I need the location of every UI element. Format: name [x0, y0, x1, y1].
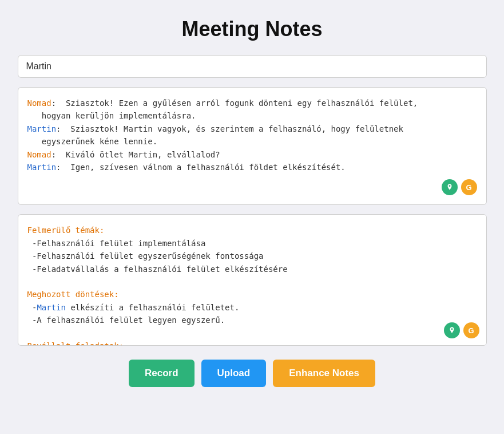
nomad-label-1: Nomad [27, 98, 51, 108]
notes-pin-icon[interactable] [444, 322, 460, 338]
page-title: Meeting Notes [181, 17, 322, 41]
martin-label-1: Martin [27, 124, 57, 133]
transcript-box: Nomad: Sziasztok! Ezen a gyűlésen arról … [18, 87, 487, 205]
notes-grammarly-icon[interactable]: G [463, 322, 479, 338]
notes-text: Felmerülő témák: -Felhasználói felület i… [27, 224, 477, 346]
transcript-text: Nomad: Sziasztok! Ezen a gyűlésen arról … [27, 97, 477, 173]
buttons-row: Record Upload Enhance Notes [18, 360, 487, 387]
pin-icon[interactable] [442, 179, 458, 195]
record-button[interactable]: Record [129, 360, 195, 387]
notes-icons-row: G [444, 322, 479, 338]
transcript-icons-row: G [27, 179, 477, 195]
upload-button[interactable]: Upload [201, 360, 267, 387]
grammarly-icon[interactable]: G [461, 179, 477, 195]
main-container: Nomad: Sziasztok! Ezen a gyűlésen arról … [18, 55, 487, 393]
martin-label-2: Martin [27, 163, 57, 172]
nomad-label-2: Nomad [27, 150, 51, 159]
name-input[interactable] [18, 55, 487, 78]
enhance-notes-button[interactable]: Enhance Notes [273, 360, 375, 387]
notes-box[interactable]: Felmerülő témák: -Felhasználói felület i… [18, 214, 487, 346]
